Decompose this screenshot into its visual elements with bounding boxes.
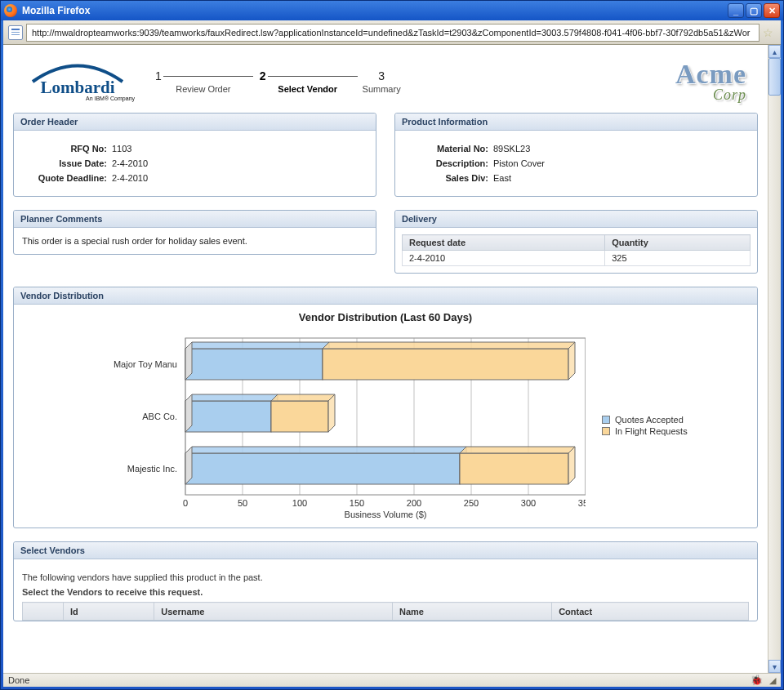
top-panel-row: Order Header RFQ No:1103 Issue Date:2-4-…	[11, 113, 760, 210]
panel-planner-comments: Planner Comments This order is a special…	[13, 210, 376, 255]
header-row: Lombardi An IBM® Company 1 Review Order …	[11, 55, 760, 113]
wizard-steps: 1 Review Order 2 Select Vendor 3 Summary	[154, 69, 401, 94]
value-material-no: 89SKL23	[493, 144, 749, 154]
chart-legend: Quotes Accepted In Flight Requests	[602, 413, 688, 438]
svg-marker-23	[185, 342, 192, 380]
value-issue-date: 2-4-2010	[112, 158, 368, 168]
titlebar: Mozilla Firefox _ ▢ ✕	[1, 1, 783, 20]
legend-label-in-flight: In Flight Requests	[615, 426, 688, 436]
svg-rect-20	[185, 349, 323, 380]
url-input[interactable]	[26, 24, 760, 42]
svg-marker-41	[460, 447, 575, 453]
vendor-distribution-chart: 050100150200250300350Business Volume ($)…	[22, 332, 586, 519]
scroll-down-button[interactable]: ▾	[768, 660, 781, 673]
svg-rect-40	[460, 453, 568, 484]
scroll-thumb[interactable]	[768, 58, 781, 96]
panel-product-info-title: Product Information	[395, 114, 757, 131]
minimize-button[interactable]: _	[728, 3, 744, 18]
svg-marker-33	[271, 394, 335, 401]
value-quote-deadline: 2-4-2010	[112, 173, 368, 183]
firefox-icon	[4, 4, 17, 17]
svg-marker-39	[185, 447, 192, 484]
select-vendors-instruction: Select the Vendors to receive this reque…	[22, 587, 749, 597]
svg-marker-29	[185, 394, 278, 401]
svg-text:50: 50	[238, 498, 247, 508]
bookmark-star-icon[interactable]: ☆	[763, 26, 776, 39]
svg-text:0: 0	[183, 498, 188, 508]
browser-window: Mozilla Firefox _ ▢ ✕ ☆ Lombardi An IBM®…	[0, 0, 784, 690]
panel-order-header: Order Header RFQ No:1103 Issue Date:2-4-…	[13, 113, 376, 197]
wizard-step-3[interactable]: 3 Summary	[363, 69, 401, 94]
panel-delivery-title: Delivery	[395, 211, 757, 228]
svg-text:Major Toy Manu: Major Toy Manu	[114, 359, 177, 369]
svg-marker-34	[328, 394, 335, 432]
svg-rect-32	[271, 401, 328, 432]
svg-text:Majestic Inc.: Majestic Inc.	[127, 464, 177, 474]
wizard-step-1-num: 1	[154, 69, 163, 82]
label-quote-deadline: Quote Deadline:	[22, 173, 112, 183]
svg-text:ABC Co.: ABC Co.	[142, 412, 177, 421]
delivery-cell-date: 2-4-2010	[403, 251, 605, 266]
acme-logo-text: Acme	[675, 59, 746, 90]
svg-text:150: 150	[350, 498, 364, 508]
wizard-step-3-label: Summary	[363, 84, 401, 94]
wizard-step-2-num: 2	[258, 69, 268, 82]
wizard-step-2-label: Select Vendor	[258, 84, 358, 94]
lombardi-logo: Lombardi An IBM® Company	[16, 58, 139, 105]
svg-marker-25	[323, 342, 575, 349]
col-username: Username	[154, 603, 393, 621]
svg-text:250: 250	[464, 498, 479, 508]
wizard-step-2[interactable]: 2 Select Vendor	[258, 69, 358, 94]
svg-marker-42	[568, 447, 575, 484]
mid-panel-row: Planner Comments This order is a special…	[11, 210, 760, 287]
firebug-icon[interactable]: 🐞	[751, 674, 763, 686]
status-text: Done	[8, 675, 29, 685]
svg-text:200: 200	[407, 498, 421, 508]
legend-label-quotes-accepted: Quotes Accepted	[615, 415, 684, 425]
table-row: 2-4-2010 325	[403, 251, 751, 266]
svg-text:An IBM® Company: An IBM® Company	[86, 96, 136, 102]
page-content: Lombardi An IBM® Company 1 Review Order …	[3, 45, 768, 673]
legend-swatch-in-flight	[602, 427, 610, 435]
delivery-col-request-date: Request date	[403, 235, 605, 251]
maximize-button[interactable]: ▢	[746, 3, 762, 18]
wizard-step-3-num: 3	[376, 69, 386, 82]
svg-rect-24	[323, 349, 568, 380]
panel-vendor-distribution: Vendor Distribution Vendor Distribution …	[13, 287, 758, 528]
panel-select-vendors: Select Vendors The following vendors hav…	[13, 541, 758, 621]
svg-text:350: 350	[578, 498, 586, 508]
window-title: Mozilla Firefox	[22, 5, 90, 16]
scroll-up-button[interactable]: ▴	[768, 45, 781, 58]
delivery-col-quantity: Quantity	[605, 235, 751, 251]
select-vendors-intro: The following vendors have supplied this…	[22, 572, 749, 582]
svg-text:Business Volume ($): Business Volume ($)	[345, 510, 427, 519]
viewport: Lombardi An IBM® Company 1 Review Order …	[3, 45, 781, 673]
svg-text:300: 300	[521, 498, 536, 508]
planner-comments-text: This order is a special rush order for h…	[22, 236, 368, 246]
panel-select-vendors-title: Select Vendors	[14, 542, 757, 559]
select-vendors-table: Id Username Name Contact	[22, 602, 749, 621]
delivery-table: Request date Quantity 2-4-2010 325	[402, 234, 751, 266]
col-id: Id	[64, 603, 154, 621]
col-name: Name	[393, 603, 552, 621]
panel-vendor-distribution-title: Vendor Distribution	[14, 287, 757, 305]
label-material-no: Material No:	[403, 144, 493, 154]
resize-grip-icon[interactable]: ◢	[769, 675, 776, 686]
panel-product-info: Product Information Material No:89SKL23 …	[394, 113, 758, 197]
panel-order-header-title: Order Header	[14, 114, 376, 131]
svg-text:Lombardi: Lombardi	[40, 78, 114, 97]
address-bar: ☆	[3, 20, 781, 45]
legend-swatch-quotes-accepted	[602, 416, 610, 424]
svg-marker-37	[185, 447, 466, 453]
wizard-step-1[interactable]: 1 Review Order	[154, 69, 253, 94]
chart-title: Vendor Distribution (Last 60 Days)	[14, 311, 757, 323]
value-rfq-no: 1103	[112, 144, 368, 154]
col-contact: Contact	[552, 603, 749, 621]
svg-marker-26	[568, 342, 575, 380]
vertical-scrollbar[interactable]: ▴ ▾	[768, 45, 781, 673]
status-bar: Done 🐞 ◢	[3, 673, 781, 687]
site-identity-icon[interactable]	[8, 25, 23, 40]
label-rfq-no: RFQ No:	[22, 144, 112, 154]
panel-delivery: Delivery Request date Quantity 2-4-2010 …	[394, 210, 758, 274]
close-button[interactable]: ✕	[764, 3, 780, 18]
